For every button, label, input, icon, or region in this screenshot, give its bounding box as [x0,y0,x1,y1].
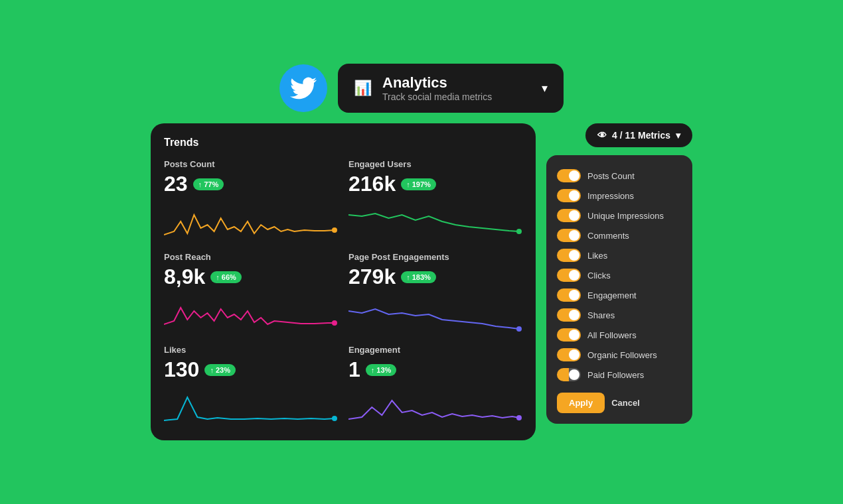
toggle-clicks[interactable] [557,269,581,282]
toggle-label-comments: Comments [587,231,629,241]
metric-value-page-post-engagements: 279k [348,265,396,289]
chart-post-reach [164,294,338,334]
metric-value-posts-count: 23 [164,172,188,196]
toggle-all-followers[interactable] [557,328,581,342]
eye-icon: 👁 [597,130,607,141]
analytics-icon: 📊 [354,80,372,97]
metric-badge-engaged-users: ↑ 197% [401,178,436,190]
toggle-label-clicks: Clicks [587,271,611,281]
toggle-row-likes[interactable]: Likes [557,245,682,265]
analytics-title: Analytics [382,74,531,92]
toggle-row-paid-followers[interactable]: Paid Followers [557,365,682,385]
analytics-pill[interactable]: 📊 Analytics Track social media metrics ▾ [338,64,564,113]
svg-point-5 [516,415,522,420]
toggle-posts-count[interactable] [557,169,581,182]
toggle-row-organic-followers[interactable]: Organic Followers [557,345,682,365]
trends-panel: Trends Posts Count 23 ↑ 77% [151,123,536,440]
toggle-label-unique-impressions: Unique Impressions [587,211,664,221]
metric-value-row-likes: 130 ↑ 23% [164,357,338,382]
chart-likes [164,387,338,427]
metric-card-likes: Likes 130 ↑ 23% [164,345,338,427]
toggle-shares[interactable] [557,308,581,322]
cancel-button[interactable]: Cancel [611,393,640,413]
twitter-logo [279,64,327,112]
right-panel-wrapper: 👁 4 / 11 Metrics ▾ Posts Count Impressio… [546,123,692,424]
metric-value-post-reach: 8,9k [164,265,205,289]
metric-card-engaged-users: Engaged Users 216k ↑ 197% [348,159,522,241]
toggle-row-impressions[interactable]: Impressions [557,186,682,206]
toggle-label-likes: Likes [587,251,607,261]
metric-label-engagement: Engagement [348,345,522,355]
metrics-dropdown: Posts Count Impressions Unique Impressio… [546,155,692,424]
header-row: 📊 Analytics Track social media metrics ▾ [279,64,564,113]
content-row: Trends Posts Count 23 ↑ 77% [151,123,692,440]
toggle-row-comments[interactable]: Comments [557,225,682,245]
metric-value-likes: 130 [164,357,199,382]
toggle-label-shares: Shares [587,310,615,320]
svg-point-2 [332,320,337,326]
toggle-row-unique-impressions[interactable]: Unique Impressions [557,206,682,225]
metrics-selector-button[interactable]: 👁 4 / 11 Metrics ▾ [585,123,692,147]
metric-value-row-post-reach: 8,9k ↑ 66% [164,265,338,289]
chevron-down-icon: ▾ [542,81,548,95]
toggle-engagement[interactable] [557,288,581,302]
metric-value-engaged-users: 216k [348,172,396,196]
toggle-label-impressions: Impressions [587,191,634,201]
metric-label-engaged-users: Engaged Users [348,159,522,169]
apply-button[interactable]: Apply [557,393,605,413]
metric-card-post-reach: Post Reach 8,9k ↑ 66% [164,252,338,334]
toggle-likes[interactable] [557,249,581,262]
chart-posts-count [164,202,338,241]
chevron-down-icon: ▾ [676,130,680,141]
metric-label-page-post-engagements: Page Post Engagements [348,252,522,262]
toggle-label-posts-count: Posts Count [587,171,635,181]
metric-badge-posts-count: ↑ 77% [193,178,224,190]
metric-value-row-page-post-engagements: 279k ↑ 183% [348,265,522,289]
metrics-grid: Posts Count 23 ↑ 77% Engaged Users [164,159,522,427]
toggle-comments[interactable] [557,229,581,242]
analytics-text: Analytics Track social media metrics [382,74,531,102]
toggle-organic-followers[interactable] [557,348,581,361]
analytics-subtitle: Track social media metrics [382,92,531,102]
metric-label-post-reach: Post Reach [164,252,338,262]
metric-label-posts-count: Posts Count [164,159,338,169]
trends-title: Trends [164,137,522,149]
svg-point-3 [516,326,522,332]
toggle-row-clicks[interactable]: Clicks [557,265,682,285]
metrics-selector-label: 4 / 11 Metrics [612,130,670,141]
metric-badge-likes: ↑ 23% [204,364,236,376]
toggle-row-engagement[interactable]: Engagement [557,285,682,305]
metric-card-page-post-engagements: Page Post Engagements 279k ↑ 183% [348,252,522,334]
toggle-row-all-followers[interactable]: All Followers [557,325,682,345]
metric-badge-engagement: ↑ 13% [366,364,397,376]
toggle-row-posts-count[interactable]: Posts Count [557,166,682,186]
metric-value-row-engagement: 1 ↑ 13% [348,357,522,382]
main-container: 📊 Analytics Track social media metrics ▾… [151,64,692,440]
toggle-row-shares[interactable]: Shares [557,305,682,325]
toggle-label-organic-followers: Organic Followers [587,350,657,360]
metric-value-row-engaged-users: 216k ↑ 197% [348,172,522,196]
toggle-label-all-followers: All Followers [587,330,637,340]
toggle-paid-followers[interactable] [557,368,581,381]
metric-value-row-posts-count: 23 ↑ 77% [164,172,338,196]
svg-point-4 [332,416,337,421]
metric-badge-page-post-engagements: ↑ 183% [401,271,436,283]
metric-label-likes: Likes [164,345,338,355]
metric-card-engagement: Engagement 1 ↑ 13% [348,345,522,427]
svg-point-1 [516,229,522,234]
toggle-impressions[interactable] [557,189,581,202]
metric-card-posts-count: Posts Count 23 ↑ 77% [164,159,338,241]
svg-point-0 [332,227,337,233]
toggle-label-engagement: Engagement [587,290,637,300]
chart-engagement [348,387,522,427]
toggle-unique-impressions[interactable] [557,209,581,222]
metric-badge-post-reach: ↑ 66% [210,271,242,283]
toggle-label-paid-followers: Paid Followers [587,370,644,380]
dropdown-actions: Apply Cancel [557,393,682,413]
twitter-icon [290,75,317,101]
chart-engaged-users [348,202,522,241]
chart-page-post-engagements [348,294,522,334]
metric-value-engagement: 1 [348,357,360,382]
